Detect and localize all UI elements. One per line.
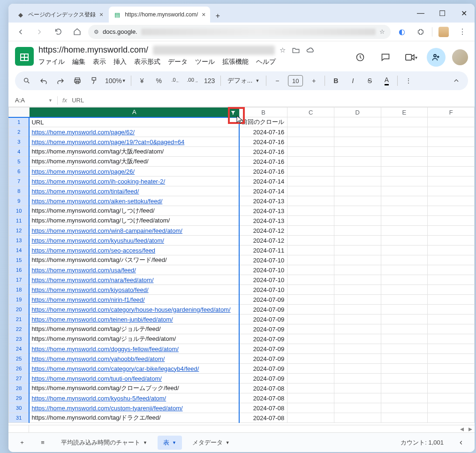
cell-C1[interactable]: [287, 117, 334, 127]
cell-D7[interactable]: [334, 177, 381, 186]
cell-B19[interactable]: 2024-07-09: [239, 295, 287, 305]
cell-B30[interactable]: 2024-07-08: [239, 403, 287, 413]
cell-A2[interactable]: https://home.mynsworld.com/page/62/: [29, 127, 239, 137]
scroll-left-icon[interactable]: ◂: [458, 425, 466, 432]
row-header[interactable]: 9: [9, 196, 30, 206]
collapse-toolbar-button[interactable]: [450, 74, 462, 87]
cell-C4[interactable]: [287, 147, 334, 157]
menu-view[interactable]: 表示: [93, 58, 106, 66]
sheet-tab-table[interactable]: 表▼: [158, 436, 182, 450]
cell-F30[interactable]: [428, 403, 475, 413]
cell-B17[interactable]: 2024-07-10: [239, 275, 287, 285]
cell-E23[interactable]: [381, 334, 428, 344]
cell-C10[interactable]: [287, 206, 334, 216]
cell-B9[interactable]: 2024-07-13: [239, 196, 287, 206]
cell-C13[interactable]: [287, 236, 334, 246]
cell-A6[interactable]: https://home.mynsworld.com/page/26/: [29, 167, 239, 177]
cell-B27[interactable]: 2024-07-09: [239, 374, 287, 384]
cell-B24[interactable]: 2024-07-09: [239, 344, 287, 354]
cell-F13[interactable]: [428, 236, 475, 246]
zoom-select[interactable]: 100% ▼: [105, 74, 126, 87]
formula-input[interactable]: URL: [72, 97, 84, 104]
cell-B3[interactable]: 2024-07-16: [239, 137, 287, 147]
forward-button[interactable]: [32, 24, 47, 39]
column-header-B[interactable]: B: [239, 107, 287, 117]
cell-D4[interactable]: [334, 147, 381, 157]
cell-B22[interactable]: 2024-07-09: [239, 324, 287, 334]
cell-E1[interactable]: [381, 117, 428, 127]
cell-D15[interactable]: [334, 255, 381, 265]
row-header[interactable]: 2: [9, 127, 30, 137]
cell-E5[interactable]: [381, 157, 428, 167]
cell-F16[interactable]: [428, 265, 475, 275]
row-header[interactable]: 20: [9, 305, 30, 315]
cell-B1[interactable]: 前回のクロール: [239, 117, 287, 127]
cell-E24[interactable]: [381, 344, 428, 354]
cell-A30[interactable]: https://home.mynsworld.com/custom-tyaren…: [29, 403, 239, 413]
cell-D20[interactable]: [334, 305, 381, 315]
cell-D25[interactable]: [334, 354, 381, 364]
cell-A31[interactable]: https://home.mynsworld.com/tag/ドラクエ/feed…: [29, 413, 239, 423]
add-sheet-button[interactable]: +: [14, 435, 30, 451]
strike-button[interactable]: S: [363, 74, 376, 87]
column-header-A[interactable]: A: [29, 107, 239, 117]
site-settings-icon[interactable]: ⚙: [94, 29, 99, 35]
cell-A10[interactable]: https://home.mynsworld.com/tag/しつけ/feed/: [29, 206, 239, 216]
increase-decimal-button[interactable]: .00→: [187, 74, 199, 87]
cell-D16[interactable]: [334, 265, 381, 275]
cell-C16[interactable]: [287, 265, 334, 275]
history-icon[interactable]: [351, 48, 370, 67]
cell-B14[interactable]: 2024-07-11: [239, 246, 287, 255]
bookmark-icon[interactable]: ☆: [379, 28, 385, 35]
row-header[interactable]: 13: [9, 236, 30, 246]
cloud-status-icon[interactable]: [306, 47, 315, 54]
cell-F18[interactable]: [428, 285, 475, 295]
cell-E27[interactable]: [381, 374, 428, 384]
cell-E31[interactable]: [381, 413, 428, 423]
row-header[interactable]: 25: [9, 354, 30, 364]
cell-E25[interactable]: [381, 354, 428, 364]
cell-B20[interactable]: 2024-07-09: [239, 305, 287, 315]
cell-E6[interactable]: [381, 167, 428, 177]
cell-E26[interactable]: [381, 364, 428, 374]
cell-C18[interactable]: [287, 285, 334, 295]
cell-F21[interactable]: [428, 315, 475, 324]
cell-A22[interactable]: https://home.mynsworld.com/tag/ジョルテ/feed…: [29, 324, 239, 334]
menu-format[interactable]: 表示形式: [134, 58, 160, 66]
cell-F15[interactable]: [428, 255, 475, 265]
cell-F20[interactable]: [428, 305, 475, 315]
cell-B18[interactable]: 2024-07-10: [239, 285, 287, 295]
cell-A18[interactable]: https://home.mynsworld.com/kiyosato/feed…: [29, 285, 239, 295]
row-header[interactable]: 22: [9, 324, 30, 334]
cell-E19[interactable]: [381, 295, 428, 305]
redo-button[interactable]: [54, 74, 67, 87]
row-header[interactable]: 10: [9, 206, 30, 216]
row-header[interactable]: 14: [9, 246, 30, 255]
more-formats-button[interactable]: 123: [204, 74, 216, 87]
cell-F3[interactable]: [428, 137, 475, 147]
decrease-decimal-button[interactable]: .0←: [170, 74, 182, 87]
close-icon[interactable]: ×: [99, 11, 103, 18]
cell-D11[interactable]: [334, 216, 381, 226]
browser-tab-2[interactable]: ▤ https://home.mynsworld.com/ ×: [109, 7, 210, 23]
cell-C15[interactable]: [287, 255, 334, 265]
cell-B28[interactable]: 2024-07-08: [239, 384, 287, 393]
fontsize-decrease[interactable]: −: [271, 74, 283, 87]
cell-F1[interactable]: [428, 117, 475, 127]
cell-A7[interactable]: https://home.mynsworld.com/ih-cooking-he…: [29, 177, 239, 186]
minimize-button[interactable]: —: [410, 4, 431, 23]
cell-E11[interactable]: [381, 216, 428, 226]
row-header[interactable]: 27: [9, 374, 30, 384]
status-count[interactable]: カウント: 1,001: [400, 438, 444, 447]
cell-D3[interactable]: [334, 137, 381, 147]
cell-F10[interactable]: [428, 206, 475, 216]
select-all-corner[interactable]: [9, 107, 30, 117]
cell-A5[interactable]: https://home.mynsworld.com/tag/大阪/feed/: [29, 157, 239, 167]
row-header[interactable]: 7: [9, 177, 30, 186]
row-header[interactable]: 31: [9, 413, 30, 423]
cell-E3[interactable]: [381, 137, 428, 147]
cell-C31[interactable]: [287, 413, 334, 423]
cell-A11[interactable]: https://home.mynsworld.com/tag/しつけ/feed/…: [29, 216, 239, 226]
browser-tab-1[interactable]: ◆ ページのインデックス登録 ×: [12, 7, 108, 23]
menu-insert[interactable]: 挿入: [113, 58, 127, 66]
